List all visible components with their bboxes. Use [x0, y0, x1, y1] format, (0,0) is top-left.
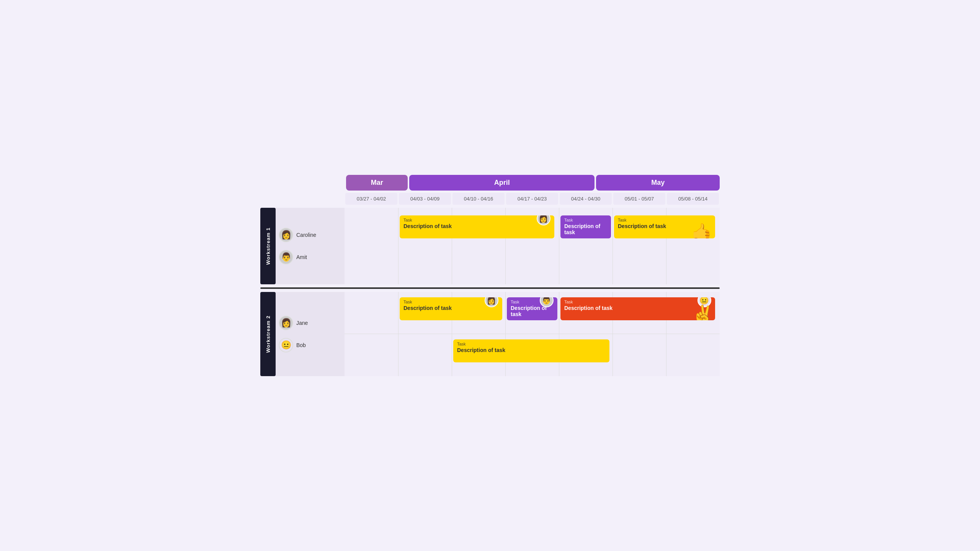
week-4: 04/17 - 04/23 [506, 193, 558, 205]
avatar-jane: 👩 [279, 316, 293, 330]
member-amit: 👨 Amit [279, 250, 341, 264]
workstream-2-members: 👩 Jane 😐 Bob [276, 292, 345, 376]
task-desc-t7: Description of task [457, 347, 606, 353]
grid-cell-ws2-r2-6 [612, 334, 666, 376]
grid-cell-ws2-r2-2 [398, 334, 452, 376]
week-spacer [260, 193, 345, 205]
month-may: May [596, 175, 720, 191]
member-jane: 👩 Jane [279, 316, 341, 330]
grid-cell-ws2-r2-7 [666, 334, 720, 376]
week-1: 03/27 - 04/02 [345, 193, 397, 205]
member-caroline: 👩 Caroline [279, 228, 341, 242]
member-bob: 😐 Bob [279, 338, 341, 352]
task-label-t7: Task [457, 342, 606, 346]
month-mar: Mar [346, 175, 408, 191]
week-5: 04/24 - 04/30 [560, 193, 612, 205]
task-desc-t4: Description of task [403, 305, 498, 311]
sticker-t6: ✌️ [691, 306, 714, 320]
avatar-caroline: 👩 [279, 228, 293, 242]
task-bar-t6[interactable]: 😐 Task Description of task ✌️ [560, 297, 715, 320]
task-bar-t4[interactable]: 👩 Task Description of task [400, 297, 502, 320]
task-bar-t2[interactable]: Task Description of task [560, 215, 611, 238]
member-name-jane: Jane [296, 320, 308, 326]
header-spacer [260, 175, 345, 191]
member-name-caroline: Caroline [296, 232, 316, 238]
months-header: Mar April May [260, 175, 720, 191]
week-3: 04/10 - 04/16 [452, 193, 505, 205]
task-bar-t5[interactable]: 👨 Task Description of task [507, 297, 557, 320]
task-label-t6: Task [564, 300, 711, 304]
sticker-t3: 🤙 [691, 224, 714, 238]
task-label-t4: Task [403, 300, 498, 304]
avatar-amit: 👨 [279, 250, 293, 264]
workstream-1-members: 👩 Caroline 👨 Amit [276, 208, 345, 284]
week-6: 05/01 - 05/07 [613, 193, 665, 205]
workstream-divider [260, 287, 720, 289]
avatar-bob: 😐 [279, 338, 293, 352]
workstream-1: Workstream 1 👩 Caroline 👨 Amit [260, 208, 720, 284]
task-desc-t6: Description of task [564, 305, 711, 311]
task-label-t2: Task [564, 218, 607, 222]
grid-cell-ws1-1 [345, 208, 398, 284]
task-label-t3: Task [618, 218, 711, 222]
week-2: 04/03 - 04/09 [399, 193, 451, 205]
workstream-1-grid: 👩 Task Description of task Task Descript… [345, 208, 720, 284]
grid-cell-ws2-r2-1 [345, 334, 398, 376]
week-7: 05/08 - 05/14 [667, 193, 719, 205]
workstream-2-grid: 👩 Task Description of task 👨 Task Descri… [345, 292, 720, 376]
workstream-2-label: Workstream 2 [260, 292, 276, 376]
task-bar-t7[interactable]: Task Description of task [453, 339, 609, 362]
gantt-chart: Mar April May 03/27 - 04/02 04/03 - 04/0… [260, 175, 720, 376]
member-name-amit: Amit [296, 254, 307, 260]
task-desc-t2: Description of task [564, 223, 607, 235]
task-label-t5: Task [511, 300, 554, 304]
task-label-t1: Task [403, 218, 550, 222]
member-name-bob: Bob [296, 342, 306, 348]
weeks-row: 03/27 - 04/02 04/03 - 04/09 04/10 - 04/1… [260, 193, 720, 205]
workstream-1-label: Workstream 1 [260, 208, 276, 284]
grid-cell-ws2-r1-1 [345, 292, 398, 334]
workstream-2: Workstream 2 👩 Jane 😐 Bob [260, 292, 720, 376]
month-april: April [409, 175, 595, 191]
task-bar-t3[interactable]: Task Description of task 🤙 [614, 215, 715, 238]
task-desc-t1: Description of task [403, 223, 550, 229]
task-bar-t1[interactable]: 👩 Task Description of task [400, 215, 554, 238]
